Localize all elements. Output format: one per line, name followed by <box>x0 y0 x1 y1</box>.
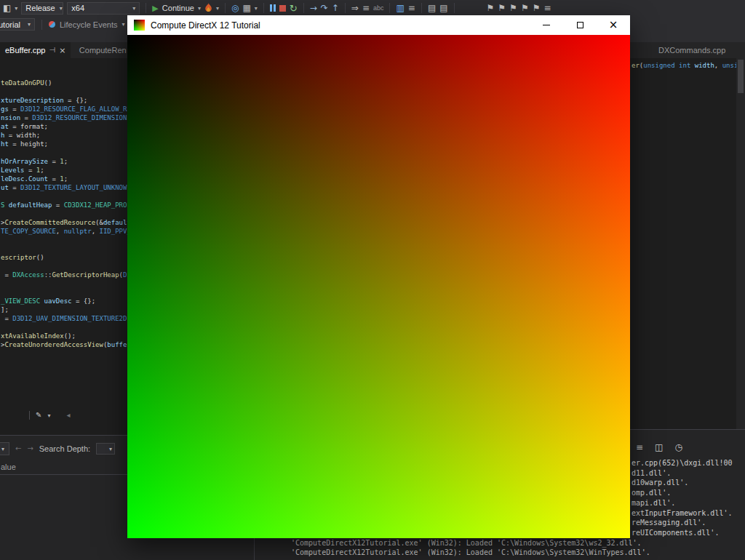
profiler-flame-icon[interactable] <box>204 3 212 13</box>
brush-icon[interactable]: ✎ <box>36 412 41 419</box>
panes-combo-partial[interactable]: ▾ <box>0 442 9 455</box>
code-line: ut = D3D12_TEXTURE_LAYOUT_UNKNOW <box>1 183 131 192</box>
registers-window-icon[interactable]: ▤ <box>439 4 447 12</box>
restart-icon[interactable]: ↻ <box>290 4 298 13</box>
code-line: gs = D3D12_RESOURCE_FLAG_ALLOW_RE <box>1 105 131 113</box>
forward-icon[interactable]: → <box>27 445 33 452</box>
separator <box>421 3 422 13</box>
memory-window-icon[interactable]: ▤ <box>428 4 436 12</box>
code-lines: er(unsigned int width, unsigne <box>632 61 745 70</box>
step-out-icon[interactable]: ↑ <box>332 4 339 12</box>
tab-dxcommands[interactable]: DXCommands.cpp <box>653 42 730 58</box>
chevron-down-icon[interactable]: ▾ <box>47 412 50 419</box>
scroll-left-icon[interactable]: ◂ <box>66 412 70 419</box>
chevron-down-icon[interactable]: ▾ <box>216 5 219 12</box>
step-over-icon[interactable]: ↷ <box>321 4 328 12</box>
separator <box>225 3 226 13</box>
stop-debugging-icon[interactable] <box>279 5 286 12</box>
window-title: Compute DirectX 12 Tutorial <box>151 20 260 31</box>
clock-icon[interactable]: ◷ <box>674 443 682 452</box>
lifecycle-events-button[interactable]: Lifecycle Events <box>60 20 117 29</box>
step-into-icon[interactable]: → <box>310 4 317 12</box>
word-wrap-icon[interactable]: ≡ <box>636 443 643 452</box>
platform-combo[interactable]: x64 ▾ <box>67 2 140 15</box>
maximize-button[interactable] <box>563 15 597 35</box>
separator <box>303 3 304 13</box>
script-icon[interactable]: ≡ <box>362 4 370 12</box>
configuration-value: Release <box>25 4 55 12</box>
chevron-down-icon: ▾ <box>132 5 135 12</box>
code-line: ]; <box>1 305 131 314</box>
code-line: er(unsigned int width, unsigne <box>632 61 745 70</box>
pin-icon[interactable]: ⊣ <box>49 47 55 54</box>
close-button[interactable]: × <box>597 15 630 35</box>
chevron-down-icon[interactable]: ▾ <box>15 5 17 12</box>
code-line: ht = height; <box>1 140 131 148</box>
separator <box>454 3 455 13</box>
tab-computeren[interactable]: ComputeRen <box>74 42 132 58</box>
close-icon[interactable]: × <box>59 47 65 55</box>
code-line <box>1 279 131 288</box>
code-line: leDesc.Count = 1; <box>1 175 131 183</box>
output-line: extInputFramework.dll'. <box>632 509 732 517</box>
target-icon[interactable]: ◎ <box>231 4 239 12</box>
code-line <box>1 148 131 157</box>
window-controls: × <box>530 15 630 35</box>
tab-computebuffer[interactable]: eBuffer.cpp ⊣ × <box>0 42 71 58</box>
prev-bookmark-icon[interactable]: ⚑ <box>498 4 506 12</box>
code-line: at = format; <box>1 122 131 131</box>
code-line: = D3D12_UAV_DIMENSION_TEXTURE2D; <box>1 314 131 323</box>
tab-label: eBuffer.cpp <box>5 46 45 55</box>
code-line: xtAvailableIndex(); <box>1 332 131 340</box>
code-line: hOrArraySize = 1; <box>1 157 131 166</box>
bookmark-folder-icon[interactable]: ⚑ <box>521 4 529 12</box>
window-layout-icon[interactable]: ◧ <box>3 4 11 12</box>
search-depth-combo[interactable]: ▾ <box>96 443 115 455</box>
code-line: nsion = D3D12_RESOURCE_DIMENSION <box>1 113 131 122</box>
code-line: _VIEW_DESC uavDesc = {}; <box>1 297 131 305</box>
editor-scrollbar[interactable] <box>736 58 745 429</box>
break-all-icon[interactable] <box>270 4 276 12</box>
configuration-combo[interactable]: Release ▾ <box>21 2 63 15</box>
chevron-down-icon: ▾ <box>198 5 201 12</box>
search-depth-label: Search Depth: <box>39 444 90 453</box>
continue-button[interactable]: ▶ Continue ▾ <box>152 4 201 13</box>
add-bookmark-icon[interactable]: ⚑ <box>487 4 495 12</box>
code-lines: teDataOnGPU()xtureDescription = {};gs = … <box>1 79 131 349</box>
scrollbar-thumb[interactable] <box>738 60 744 93</box>
platform-value: x64 <box>71 4 84 12</box>
separator <box>146 3 146 13</box>
next-bookmark-icon[interactable]: ⚑ <box>509 4 517 12</box>
code-line <box>1 209 131 218</box>
chevron-down-icon[interactable]: ▾ <box>121 21 124 28</box>
divider <box>29 411 30 420</box>
code-editor-right[interactable]: er(unsigned int width, unsigne <box>630 58 745 429</box>
titlebar[interactable]: Compute DirectX 12 Tutorial × <box>127 15 630 35</box>
minimize-button[interactable] <box>530 15 563 35</box>
diagnostics-icon[interactable]: ▥ <box>396 4 404 12</box>
show-next-statement-icon[interactable]: ⇒ <box>351 4 359 12</box>
app-window: Compute DirectX 12 Tutorial × <box>127 15 630 538</box>
output-line: er.cpp(652)\dxgi.dll!00 <box>632 459 732 467</box>
separator <box>345 3 346 13</box>
clear-bookmarks-icon[interactable]: ⚑ <box>533 4 541 12</box>
output-line: omp.dll'. <box>632 489 671 497</box>
code-line: TE_COPY_SOURCE, nullptr, IID_PPV_ <box>1 227 131 236</box>
code-line <box>1 244 131 253</box>
back-icon[interactable]: ← <box>15 445 21 452</box>
tab-label: DXCommands.cpp <box>658 46 725 55</box>
process-combo[interactable]: utorial ▾ <box>0 18 35 31</box>
output-line: d10warp.dll'. <box>632 479 688 487</box>
abc-icon[interactable]: abc <box>373 4 384 12</box>
chevron-down-icon[interactable]: ▾ <box>255 5 258 12</box>
code-line <box>1 236 131 244</box>
process-value: utorial <box>0 20 20 29</box>
bookmark-list-icon[interactable]: ≡ <box>543 4 551 12</box>
code-line: S defaultHeap = CD3DX12_HEAP_PROP <box>1 201 131 209</box>
separator <box>389 3 390 13</box>
apply-changes-icon[interactable]: ▦ <box>242 4 250 12</box>
code-line: = DXAccess::GetDescriptorHeap(D3 <box>1 271 131 279</box>
columns-icon[interactable]: ◫ <box>655 443 663 452</box>
watch-window-icon[interactable]: ≡ <box>408 4 415 12</box>
code-line <box>1 323 131 332</box>
